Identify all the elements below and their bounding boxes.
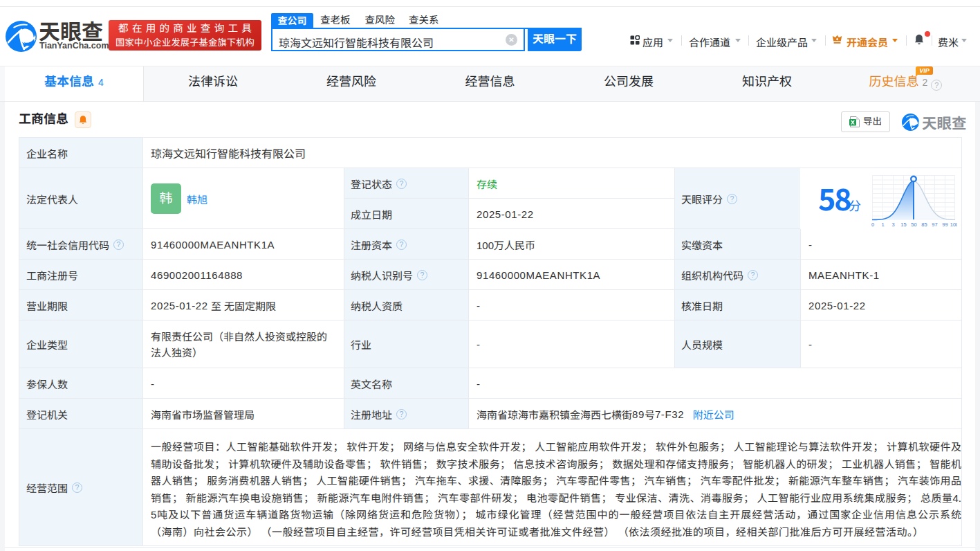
svg-text:0: 0 [871, 222, 874, 228]
svg-text:3: 3 [891, 222, 894, 228]
svg-text:97: 97 [932, 222, 937, 228]
svg-text:99: 99 [942, 222, 947, 228]
svg-text:1: 1 [881, 222, 884, 228]
svg-text:85: 85 [921, 222, 927, 228]
svg-text:50: 50 [911, 222, 916, 228]
svg-text:15: 15 [900, 222, 906, 228]
svg-text:100: 100 [950, 222, 957, 228]
